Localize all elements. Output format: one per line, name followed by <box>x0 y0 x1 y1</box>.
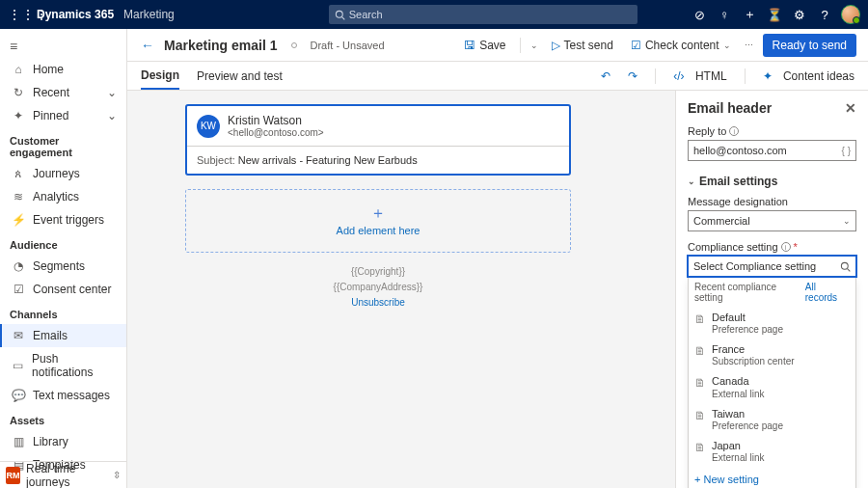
push-icon: ▭ <box>12 359 24 372</box>
new-setting-link[interactable]: + New setting <box>689 468 855 488</box>
overflow-icon[interactable]: ⋯ <box>745 41 753 50</box>
assist-icon[interactable]: ⊘ <box>687 8 712 22</box>
nav-segments[interactable]: ◔Segments <box>0 255 126 278</box>
sender-email: <hello@contoso.com> <box>228 127 324 138</box>
plus-icon: ＋ <box>370 205 386 221</box>
sender-avatar: KW <box>197 115 220 138</box>
back-icon[interactable]: ← <box>141 38 154 53</box>
brand-sub: Marketing <box>123 8 175 21</box>
panel-title: Email header <box>688 100 772 116</box>
undo-button[interactable]: ↶ <box>601 69 610 83</box>
command-bar: ← Marketing email 1 Draft - Unsaved 🖫Sav… <box>127 29 868 62</box>
search-icon <box>335 10 345 20</box>
email-header-card[interactable]: KW Kristin Watson <hello@contoso.com> Su… <box>185 104 571 176</box>
close-icon[interactable]: ✕ <box>845 100 856 116</box>
journey-icon: ጰ <box>12 167 25 180</box>
brand: Dynamics 365 <box>37 8 114 21</box>
group-engagement: Customer engagement <box>0 127 126 162</box>
redo-button[interactable]: ↷ <box>628 69 637 83</box>
group-assets: Assets <box>0 407 126 430</box>
user-avatar[interactable] <box>841 5 860 24</box>
subject-row[interactable]: Subject: New arrivals - Featuring New Ea… <box>187 146 569 174</box>
nav-text[interactable]: 💬Text messages <box>0 384 126 407</box>
group-channels: Channels <box>0 301 126 324</box>
compliance-option[interactable]: 🗎JapanExternal link <box>689 436 855 468</box>
filter-icon[interactable]: ⏳ <box>762 8 787 22</box>
info-icon[interactable]: i <box>729 126 739 136</box>
ready-to-send-button[interactable]: Ready to send <box>763 34 856 57</box>
compliance-option[interactable]: 🗎CanadaExternal link <box>689 371 855 403</box>
add-element-zone[interactable]: ＋ Add element here <box>185 189 571 253</box>
record-icon: 🗎 <box>694 441 706 464</box>
sender-name: Kristin Watson <box>228 114 324 127</box>
global-search[interactable]: Search <box>329 5 637 24</box>
tab-design[interactable]: Design <box>141 63 179 90</box>
email-settings-section[interactable]: ⌄Email settings <box>688 175 856 188</box>
add-icon[interactable]: ＋ <box>737 6 762 23</box>
settings-icon[interactable]: ⚙ <box>787 8 812 22</box>
home-icon: ⌂ <box>12 63 25 76</box>
tab-bar: Design Preview and test ↶ ↷ ‹/› HTML ✦ C… <box>127 62 868 91</box>
subject-value: New arrivals - Featuring New Earbuds <box>238 154 418 166</box>
area-badge: RM <box>6 467 20 484</box>
clock-icon: ↻ <box>12 86 25 99</box>
chevron-down-icon: ⌄ <box>688 176 695 186</box>
status-dot <box>291 42 297 48</box>
nav-pinned[interactable]: ✦Pinned⌄ <box>0 104 126 127</box>
token-icon[interactable]: { } <box>842 146 851 156</box>
email-canvas: KW Kristin Watson <hello@contoso.com> Su… <box>127 91 675 488</box>
nav-home[interactable]: ⌂Home <box>0 58 126 81</box>
sidebar: ≡ ⌂Home ↻Recent⌄ ✦Pinned⌄ Customer engag… <box>0 29 127 488</box>
compliance-option[interactable]: 🗎TaiwanPreference page <box>689 404 855 436</box>
check-content-button[interactable]: ☑Check content⌄ <box>627 39 735 52</box>
tab-preview[interactable]: Preview and test <box>197 64 283 89</box>
save-icon: 🖫 <box>464 39 475 52</box>
all-records-link[interactable]: All records <box>805 282 850 303</box>
compliance-option[interactable]: 🗎DefaultPreference page <box>689 308 855 339</box>
designation-select[interactable]: Commercial⌄ <box>688 210 856 231</box>
nav-analytics[interactable]: ≋Analytics <box>0 185 126 208</box>
trigger-icon: ⚡ <box>12 213 25 227</box>
compliance-option[interactable]: 🗎FranceSubscription center <box>689 339 855 371</box>
nav-consent[interactable]: ☑Consent center <box>0 278 126 301</box>
nav-recent[interactable]: ↻Recent⌄ <box>0 81 126 104</box>
record-title: Marketing email 1 <box>164 38 278 53</box>
nav-push[interactable]: ▭Push notifications <box>0 347 126 384</box>
properties-panel: Email header ✕ Reply toi hello@contoso.c… <box>675 91 868 488</box>
sms-icon: 💬 <box>12 389 25 402</box>
save-split[interactable]: ⌄ <box>530 41 538 50</box>
group-audience: Audience <box>0 231 126 255</box>
nav-journeys[interactable]: ጰJourneys <box>0 162 126 185</box>
search-icon <box>840 261 851 272</box>
svg-line-1 <box>341 16 344 19</box>
idea-icon[interactable]: ♀ <box>712 8 737 22</box>
expand-icon: ⇳ <box>113 470 121 480</box>
area-picker[interactable]: RM Real-time journeys ⇳ <box>0 461 126 488</box>
compliance-dropdown: Recent compliance setting All records 🗎D… <box>688 277 856 488</box>
chevron-down-icon: ⌄ <box>107 86 117 99</box>
consent-icon: ☑ <box>12 283 25 296</box>
nav-library[interactable]: ▥Library <box>0 430 126 453</box>
unsubscribe-link[interactable]: Unsubscribe <box>185 295 571 311</box>
help-icon[interactable]: ? <box>812 8 837 22</box>
dropdown-recent-label: Recent compliance setting <box>694 282 805 303</box>
content-ideas-button[interactable]: ✦ Content ideas <box>763 69 854 83</box>
compliance-select[interactable]: Select Compliance setting <box>688 256 856 277</box>
html-button[interactable]: ‹/› HTML <box>673 69 726 83</box>
reply-label: Reply to <box>688 125 726 137</box>
hamburger-icon[interactable]: ≡ <box>0 35 126 58</box>
info-icon[interactable]: i <box>781 242 791 252</box>
main: ← Marketing email 1 Draft - Unsaved 🖫Sav… <box>127 29 868 488</box>
save-button[interactable]: 🖫Save <box>460 39 509 52</box>
reply-to-input[interactable]: hello@contoso.com { } <box>688 140 856 161</box>
chevron-down-icon: ⌄ <box>107 109 117 122</box>
test-send-button[interactable]: ▷Test send <box>548 39 617 52</box>
chart-icon: ≋ <box>12 190 25 203</box>
nav-triggers[interactable]: ⚡Event triggers <box>0 208 126 231</box>
app-launcher-icon[interactable]: ⋮⋮⋮ <box>8 7 31 22</box>
record-icon: 🗎 <box>694 376 706 399</box>
segment-icon: ◔ <box>12 259 25 273</box>
designation-label: Message designation <box>688 196 856 207</box>
compliance-label: Compliance setting <box>688 241 778 253</box>
nav-emails[interactable]: ✉Emails <box>0 324 126 347</box>
